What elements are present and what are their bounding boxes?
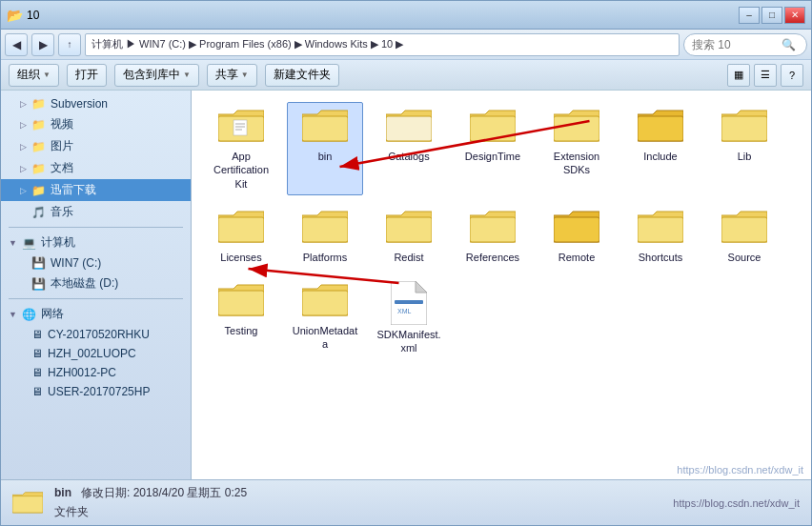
view-toggle-button[interactable]: ▦ xyxy=(727,64,750,87)
file-item-platforms[interactable]: Platforms xyxy=(287,203,363,269)
status-url: https://blog.csdn.net/xdw_it xyxy=(673,497,800,509)
window-icon: 📂 xyxy=(7,8,23,23)
folder-icon: 📁 xyxy=(31,184,46,197)
svg-rect-9 xyxy=(386,116,432,141)
file-label: Licenses xyxy=(220,251,261,264)
sidebar-divider2 xyxy=(9,298,183,299)
file-label: Redist xyxy=(394,251,423,264)
svg-text:XML: XML xyxy=(397,308,412,314)
file-item-bin[interactable]: bin xyxy=(287,102,363,195)
share-dropdown-icon: ▼ xyxy=(241,71,249,79)
organize-dropdown-icon: ▼ xyxy=(43,71,51,79)
file-item-appcertkit[interactable]: App Certification Kit xyxy=(203,102,279,195)
file-item-source[interactable]: Source xyxy=(706,203,782,269)
file-label: Platforms xyxy=(303,251,347,264)
pc-icon: 🖥 xyxy=(31,366,43,379)
title-controls: – □ ✕ xyxy=(739,7,805,24)
file-label: Catalogs xyxy=(388,150,429,163)
sidebar-label: 音乐 xyxy=(51,204,73,220)
file-item-unionmetadata[interactable]: UnionMetadata xyxy=(287,276,363,360)
breadcrumb-text: 计算机 ▶ WIN7 (C:) ▶ Program Files (x86) ▶ … xyxy=(91,37,403,51)
sidebar-item-network[interactable]: ▼ 🌐 网络 xyxy=(1,303,191,325)
close-button[interactable]: ✕ xyxy=(784,7,805,24)
sidebar-item-diskd[interactable]: ▷ 💾 本地磁盘 (D:) xyxy=(1,273,191,294)
sidebar-item-xunlei[interactable]: ▷ 📁 迅雷下载 xyxy=(1,179,191,201)
status-info: bin 修改日期: 2018/4/20 星期五 0:25 文件夹 xyxy=(54,484,247,520)
folder-icon-svg xyxy=(638,107,683,147)
svg-rect-23 xyxy=(386,217,432,242)
maximize-button[interactable]: □ xyxy=(761,7,782,24)
sidebar-item-computer[interactable]: ▼ 💻 计算机 xyxy=(1,232,191,253)
sidebar-item-music[interactable]: ▷ 🎵 音乐 xyxy=(1,201,191,223)
sidebar-label: CY-20170520RHKU xyxy=(48,328,150,341)
drive-icon: 💾 xyxy=(31,277,46,291)
file-item-designtime[interactable]: DesignTime xyxy=(455,102,531,195)
up-button[interactable]: ↑ xyxy=(58,33,81,56)
minimize-button[interactable]: – xyxy=(739,7,760,24)
folder-icon: 📁 xyxy=(31,140,46,153)
svg-rect-27 xyxy=(554,217,599,242)
content-area: App Certification Kit bin xyxy=(192,91,811,479)
sidebar-item-subversion[interactable]: ▷ 📁 Subversion xyxy=(1,94,191,113)
sidebar: ▷ 📁 Subversion ▷ 📁 视频 ▷ 📁 图片 ▷ 📁 文档 ▷ xyxy=(1,91,192,479)
folder-icon-svg xyxy=(470,208,516,248)
share-button[interactable]: 共享 ▼ xyxy=(207,64,257,87)
help-button[interactable]: ? xyxy=(781,64,803,87)
folder-icon-svg xyxy=(554,107,599,147)
file-item-sdkmanifest[interactable]: XML SDKManifest.xml xyxy=(371,276,447,360)
nav-bar: ◀ ▶ ↑ 计算机 ▶ WIN7 (C:) ▶ Program Files (x… xyxy=(1,30,811,60)
include-lib-button[interactable]: 包含到库中 ▼ xyxy=(114,64,199,87)
view-details-button[interactable]: ☰ xyxy=(754,64,777,87)
file-item-catalogs[interactable]: Catalogs xyxy=(371,102,447,195)
file-item-lib[interactable]: Lib xyxy=(706,102,782,195)
svg-rect-15 xyxy=(638,116,683,141)
file-item-redist[interactable]: Redist xyxy=(371,203,447,269)
sidebar-label: Subversion xyxy=(51,97,108,111)
svg-rect-11 xyxy=(470,116,516,141)
sidebar-item-win7c[interactable]: ▷ 💾 WIN7 (C:) xyxy=(1,253,191,273)
search-icon: 🔍 xyxy=(782,38,796,51)
back-button[interactable]: ◀ xyxy=(5,33,28,56)
status-name: bin 修改日期: 2018/4/20 星期五 0:25 xyxy=(54,484,247,502)
file-item-references[interactable]: References xyxy=(455,203,531,269)
file-label: References xyxy=(466,251,519,264)
sidebar-item-hzh0012[interactable]: ▷ 🖥 HZH0012-PC xyxy=(1,363,191,382)
sidebar-label: 图片 xyxy=(51,138,73,154)
file-item-licenses[interactable]: Licenses xyxy=(203,203,279,269)
organize-button[interactable]: 组织 ▼ xyxy=(9,64,59,87)
sidebar-item-videos[interactable]: ▷ 📁 视频 xyxy=(1,113,191,135)
network-icon: 🌐 xyxy=(22,308,36,321)
expand-icon: ▼ xyxy=(9,238,17,248)
file-item-testing[interactable]: Testing xyxy=(203,276,279,360)
file-label: App Certification Kit xyxy=(208,150,274,191)
sidebar-divider xyxy=(9,227,183,228)
sidebar-item-docs[interactable]: ▷ 📁 文档 xyxy=(1,157,191,179)
sidebar-item-cy[interactable]: ▷ 🖥 CY-20170520RHKU xyxy=(1,325,191,344)
file-label: DesignTime xyxy=(465,150,520,163)
file-item-shortcuts[interactable]: Shortcuts xyxy=(622,203,699,269)
pc-icon: 🖥 xyxy=(31,347,43,360)
window-title: 10 xyxy=(27,9,39,22)
search-input[interactable] xyxy=(692,38,778,51)
sidebar-item-pictures[interactable]: ▷ 📁 图片 xyxy=(1,135,191,157)
folder-icon-svg xyxy=(638,208,683,248)
status-type: 文件夹 xyxy=(54,503,247,521)
expand-icon: ▷ xyxy=(20,120,27,130)
new-folder-button[interactable]: 新建文件夹 xyxy=(265,64,339,87)
file-label: Extension SDKs xyxy=(543,150,610,177)
status-folder-icon xyxy=(12,489,43,517)
music-icon: 🎵 xyxy=(31,206,46,219)
forward-button[interactable]: ▶ xyxy=(31,33,54,56)
xml-file-icon: XML xyxy=(391,281,427,325)
svg-rect-17 xyxy=(721,116,767,141)
open-label: 打开 xyxy=(75,67,98,83)
file-item-remote[interactable]: Remote xyxy=(538,203,615,269)
svg-rect-13 xyxy=(554,116,599,141)
breadcrumb[interactable]: 计算机 ▶ WIN7 (C:) ▶ Program Files (x86) ▶ … xyxy=(85,33,680,56)
file-item-include[interactable]: Include xyxy=(622,102,699,195)
sidebar-item-user[interactable]: ▷ 🖥 USER-20170725HP xyxy=(1,382,191,401)
sidebar-item-hzh002[interactable]: ▷ 🖥 HZH_002LUOPC xyxy=(1,344,191,363)
include-lib-dropdown-icon: ▼ xyxy=(183,71,191,79)
open-button[interactable]: 打开 xyxy=(67,64,107,87)
file-item-extensionsdks[interactable]: Extension SDKs xyxy=(538,102,615,195)
